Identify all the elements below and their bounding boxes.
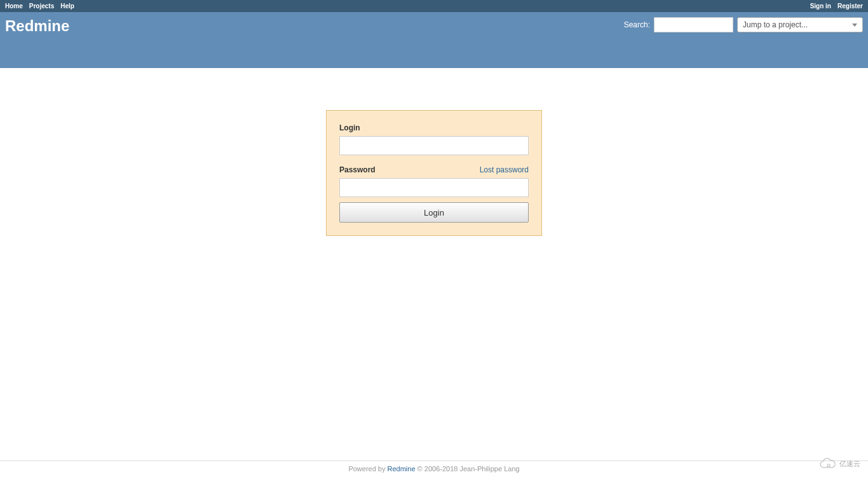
cloud-icon bbox=[819, 458, 837, 469]
top-menu-left: Home Projects Help bbox=[5, 3, 74, 10]
project-dropdown-text: Jump to a project... bbox=[743, 20, 808, 29]
nav-register[interactable]: Register bbox=[837, 3, 863, 10]
login-form: Login Password Lost password Login bbox=[326, 110, 542, 236]
footer: Powered by Redmine © 2006-2018 Jean-Phil… bbox=[0, 460, 868, 473]
password-field-row: Password Lost password bbox=[339, 165, 529, 197]
login-label: Login bbox=[339, 123, 360, 132]
content: Login Password Lost password Login bbox=[0, 68, 868, 236]
nav-projects[interactable]: Projects bbox=[29, 3, 54, 10]
nav-home[interactable]: Home bbox=[5, 3, 23, 10]
login-button[interactable]: Login bbox=[339, 202, 529, 223]
search-label: Search: bbox=[624, 20, 650, 29]
footer-redmine-link[interactable]: Redmine bbox=[388, 465, 416, 473]
username-input[interactable] bbox=[339, 136, 529, 155]
footer-copyright: © 2006-2018 Jean-Philippe Lang bbox=[416, 465, 520, 473]
login-field-row: Login bbox=[339, 123, 529, 155]
watermark-text: 亿速云 bbox=[839, 459, 860, 469]
search-input[interactable] bbox=[654, 17, 733, 32]
top-menu-right: Sign in Register bbox=[810, 3, 863, 10]
nav-help[interactable]: Help bbox=[60, 3, 74, 10]
lost-password-link[interactable]: Lost password bbox=[480, 165, 529, 174]
header-right: Search: Jump to a project... bbox=[624, 17, 863, 32]
header: Redmine Search: Jump to a project... bbox=[0, 12, 868, 68]
password-input[interactable] bbox=[339, 178, 529, 197]
footer-powered: Powered by bbox=[348, 465, 387, 473]
chevron-down-icon bbox=[852, 24, 857, 27]
project-jump-dropdown[interactable]: Jump to a project... bbox=[737, 17, 863, 32]
top-menu: Home Projects Help Sign in Register bbox=[0, 0, 868, 12]
watermark: 亿速云 bbox=[819, 458, 860, 469]
nav-signin[interactable]: Sign in bbox=[810, 3, 831, 10]
password-label: Password bbox=[339, 165, 376, 174]
